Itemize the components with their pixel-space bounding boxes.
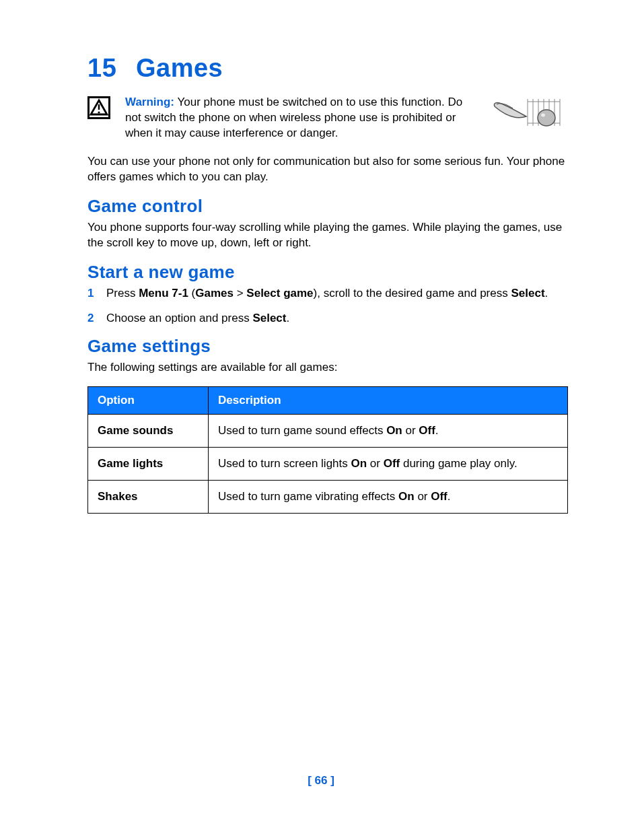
- option-cell: Game sounds: [88, 414, 209, 447]
- start-game-steps: Press Menu 7-1 (Games > Select game), sc…: [87, 285, 568, 327]
- chapter-number: 15: [87, 54, 136, 83]
- heading-game-settings: Game settings: [87, 336, 568, 357]
- col-description: Description: [209, 386, 568, 414]
- heading-game-control: Game control: [87, 196, 568, 217]
- page-number: [ 66 ]: [0, 774, 642, 788]
- warning-label: Warning:: [125, 96, 174, 108]
- description-cell: Used to turn game sound effects On or Of…: [209, 414, 568, 447]
- description-cell: Used to turn game vibrating effects On o…: [209, 480, 568, 513]
- step-1: Press Menu 7-1 (Games > Select game), sc…: [87, 285, 568, 302]
- svg-point-3: [98, 111, 100, 113]
- games-illustration-icon: [487, 95, 568, 133]
- table-row: Game lights Used to turn screen lights O…: [88, 447, 568, 480]
- chapter-heading: 15Games: [87, 54, 568, 83]
- option-cell: Game lights: [88, 447, 209, 480]
- svg-point-14: [541, 114, 545, 117]
- heading-start-new-game: Start a new game: [87, 262, 568, 283]
- col-option: Option: [88, 386, 209, 414]
- warning-text: Warning: Your phone must be switched on …: [125, 95, 472, 141]
- warning-block: Warning: Your phone must be switched on …: [87, 95, 568, 141]
- option-cell: Shakes: [88, 480, 209, 513]
- game-settings-table: Option Description Game sounds Used to t…: [87, 386, 568, 514]
- intro-paragraph: You can use your phone not only for comm…: [87, 153, 568, 185]
- page: 15Games Warning: Your phone must be swit…: [0, 0, 642, 840]
- chapter-title: Games: [136, 54, 223, 82]
- table-header-row: Option Description: [88, 386, 568, 414]
- text-game-control: You phone supports four-way scrolling wh…: [87, 219, 568, 251]
- warning-body: Your phone must be switched on to use th…: [125, 96, 462, 139]
- text-game-settings: The following settings are available for…: [87, 359, 568, 375]
- description-cell: Used to turn screen lights On or Off dur…: [209, 447, 568, 480]
- warning-icon: [87, 95, 110, 122]
- table-row: Game sounds Used to turn game sound effe…: [88, 414, 568, 447]
- svg-point-13: [538, 110, 555, 126]
- step-2: Choose an option and press Select.: [87, 310, 568, 326]
- table-row: Shakes Used to turn game vibrating effec…: [88, 480, 568, 513]
